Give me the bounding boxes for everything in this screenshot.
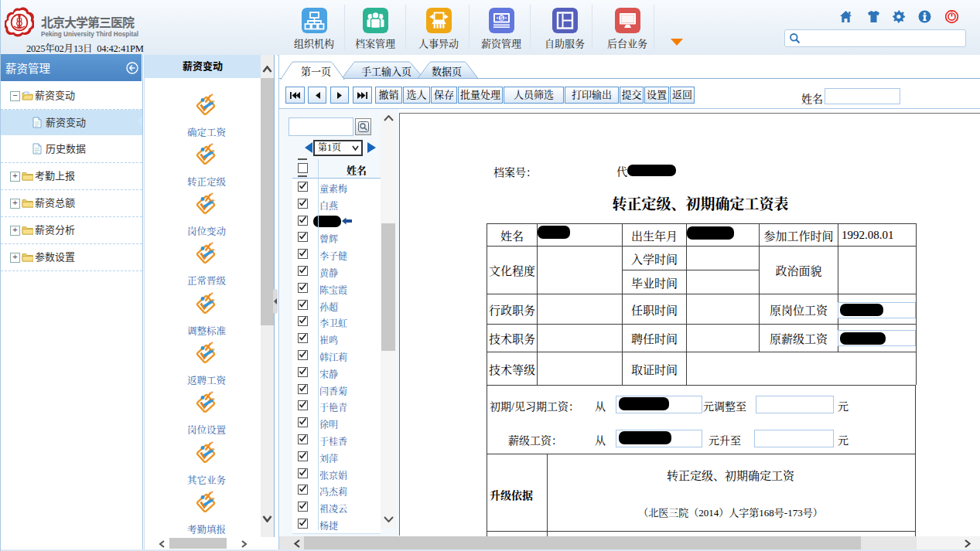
svg-text:S: S <box>499 15 503 22</box>
